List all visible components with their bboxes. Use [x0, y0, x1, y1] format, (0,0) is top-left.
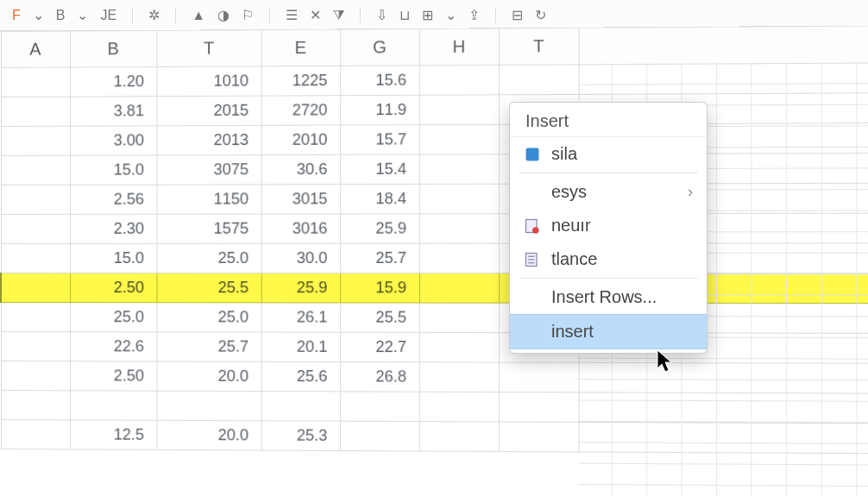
col-header-e[interactable]: E: [261, 29, 340, 66]
font-family-f[interactable]: F: [12, 8, 21, 23]
cell[interactable]: [419, 154, 499, 185]
cell[interactable]: [1, 332, 70, 361]
cell[interactable]: 25.5: [340, 303, 419, 332]
cell[interactable]: 1225: [261, 66, 340, 96]
cell[interactable]: 1010: [157, 66, 261, 97]
col-header-g[interactable]: G: [340, 28, 419, 66]
flag-icon[interactable]: ⚐: [242, 7, 254, 23]
cell[interactable]: [1, 361, 70, 391]
context-menu-item[interactable]: neuır: [510, 209, 707, 242]
cell[interactable]: [1, 214, 70, 243]
cell[interactable]: 22.6: [70, 332, 156, 361]
shape-icon[interactable]: ▲: [192, 8, 205, 23]
cell[interactable]: [1, 303, 70, 332]
cell[interactable]: 26.1: [261, 303, 340, 332]
tray-icon[interactable]: ⊔: [399, 7, 410, 23]
cell[interactable]: [1, 97, 70, 126]
cell[interactable]: 2.30: [70, 214, 156, 243]
cell[interactable]: 3015: [261, 185, 340, 214]
cell[interactable]: 2720: [261, 96, 340, 126]
download-icon[interactable]: ⇩: [376, 7, 387, 23]
bold-button[interactable]: B: [56, 8, 66, 23]
context-menu-item[interactable]: tlance: [510, 242, 707, 276]
cell[interactable]: [1, 67, 70, 97]
cell[interactable]: [1, 126, 70, 155]
cell[interactable]: 2.50: [70, 273, 156, 303]
palette-icon[interactable]: ◑: [217, 7, 230, 23]
cell[interactable]: 25.0: [70, 303, 156, 332]
cell[interactable]: 15.0: [70, 243, 156, 273]
cell[interactable]: [419, 95, 499, 125]
cell[interactable]: 25.0: [157, 243, 261, 273]
cell[interactable]: 2.50: [70, 361, 156, 391]
cell[interactable]: [419, 214, 499, 244]
cell[interactable]: 2015: [157, 96, 261, 126]
cell[interactable]: 25.7: [340, 243, 419, 273]
cell[interactable]: 26.8: [340, 362, 419, 392]
cell[interactable]: [157, 391, 261, 421]
cell[interactable]: 25.9: [340, 214, 419, 243]
cell[interactable]: [419, 65, 499, 95]
cell[interactable]: 25.7: [157, 332, 261, 361]
cell[interactable]: 2013: [157, 125, 261, 155]
cell[interactable]: 1575: [157, 214, 261, 243]
cell[interactable]: 3016: [261, 214, 340, 243]
cell[interactable]: [1, 185, 70, 214]
cell[interactable]: 1.20: [70, 67, 156, 97]
cell[interactable]: [419, 362, 499, 392]
grid-icon[interactable]: ⊞: [422, 7, 433, 23]
col-header-a[interactable]: A: [1, 31, 70, 68]
cell[interactable]: [419, 184, 499, 214]
cell[interactable]: [499, 65, 579, 95]
context-menu-item[interactable]: Insert Rows...: [510, 280, 707, 314]
cell[interactable]: [70, 391, 156, 420]
cell[interactable]: 12.5: [70, 420, 156, 450]
col-header-h[interactable]: H: [419, 28, 499, 66]
format-icon[interactable]: ✲: [148, 7, 160, 23]
cell[interactable]: 30.0: [261, 243, 340, 273]
cell[interactable]: [419, 124, 499, 154]
cell[interactable]: [499, 422, 579, 452]
cell[interactable]: [261, 392, 340, 422]
cell[interactable]: 20.0: [157, 361, 261, 392]
underline-button[interactable]: JE: [100, 8, 116, 23]
underline-dropdown-chevron[interactable]: ⌄: [77, 7, 88, 23]
cell[interactable]: [499, 362, 579, 392]
align-icon[interactable]: ☰: [286, 7, 298, 23]
export-icon[interactable]: ⇪: [469, 7, 480, 23]
col-header-t[interactable]: T: [157, 30, 261, 67]
cell[interactable]: 2010: [261, 125, 340, 155]
context-menu-item[interactable]: insert: [510, 314, 707, 349]
cell[interactable]: 15.6: [340, 66, 419, 96]
col-header-rest[interactable]: [579, 26, 868, 65]
cell[interactable]: [419, 392, 499, 422]
cell[interactable]: 25.3: [261, 421, 340, 451]
cell[interactable]: [419, 332, 499, 362]
context-menu-item[interactable]: esys›: [510, 175, 707, 209]
spreadsheet-grid[interactable]: A B T E G H T 1.201010122515.63.81201527…: [0, 25, 868, 496]
clear-icon[interactable]: ✕: [310, 7, 321, 23]
cell[interactable]: 15.7: [340, 125, 419, 155]
cell[interactable]: [499, 392, 579, 423]
context-menu[interactable]: Insert silaesys›neuırtlanceInsert Rows..…: [509, 102, 708, 354]
resize-dropdown-icon[interactable]: ⌄: [445, 7, 456, 23]
cell[interactable]: 15.4: [340, 154, 419, 185]
cell[interactable]: 25.0: [157, 303, 261, 332]
cell[interactable]: [1, 273, 70, 303]
font-dropdown-chevron[interactable]: ⌄: [33, 7, 44, 23]
cell[interactable]: [1, 420, 70, 449]
context-menu-item[interactable]: sila: [510, 137, 707, 171]
cell[interactable]: 25.5: [157, 273, 261, 303]
cell[interactable]: 2.56: [70, 185, 156, 214]
cell[interactable]: [340, 392, 419, 422]
cell[interactable]: [419, 422, 499, 452]
cell[interactable]: [419, 303, 499, 333]
cell[interactable]: 20.1: [261, 332, 340, 361]
cell[interactable]: 3075: [157, 155, 261, 185]
cell[interactable]: 15.0: [70, 155, 156, 185]
cell[interactable]: [419, 243, 499, 273]
cell[interactable]: 22.7: [340, 332, 419, 362]
cell[interactable]: [340, 421, 419, 451]
cell[interactable]: 15.9: [340, 273, 419, 303]
cell[interactable]: 1150: [157, 185, 261, 214]
